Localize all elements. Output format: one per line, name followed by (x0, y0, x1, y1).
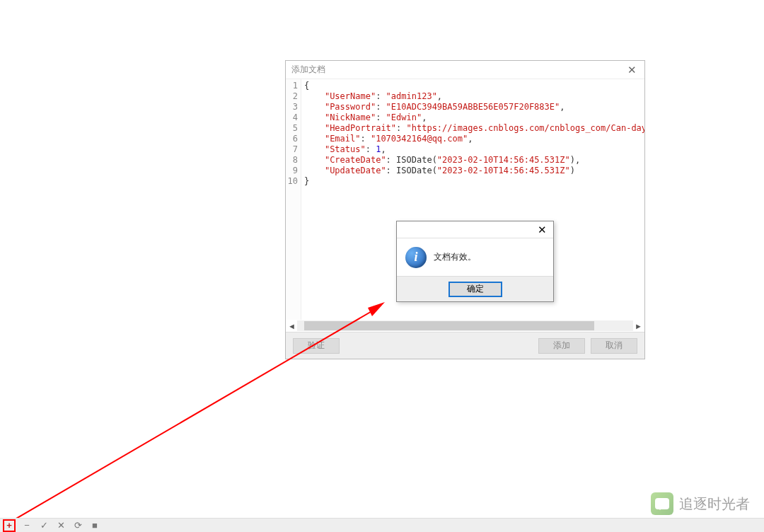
toolbar-add-button[interactable]: + (3, 519, 16, 532)
watermark: 追逐时光者 (651, 492, 750, 515)
toolbar-stop-button[interactable]: ■ (89, 520, 100, 531)
toolbar-reload-button[interactable]: ⟳ (72, 520, 83, 531)
bottom-toolbar: + − ✓ ✕ ⟳ ■ (0, 518, 764, 532)
horizontal-scrollbar[interactable]: ◄ ► (286, 320, 644, 332)
add-button[interactable]: 添加 (538, 338, 585, 354)
scroll-right-icon[interactable]: ► (633, 320, 644, 331)
dialog-close-icon[interactable]: ✕ (625, 64, 639, 76)
dialog-titlebar: 添加文档 ✕ (286, 61, 644, 79)
msgbox-close-icon[interactable]: ✕ (535, 224, 549, 236)
validate-button[interactable]: 验证 (293, 338, 340, 354)
dialog-footer: 验证 添加 取消 (286, 332, 644, 359)
scroll-thumb[interactable] (304, 321, 594, 330)
msgbox-titlebar: ✕ (397, 221, 553, 238)
info-icon: i (405, 247, 427, 268)
toolbar-remove-button[interactable]: − (21, 520, 33, 531)
toolbar-cross-button[interactable]: ✕ (55, 520, 66, 531)
scroll-track[interactable] (297, 320, 633, 331)
cancel-button[interactable]: 取消 (591, 338, 637, 354)
line-number-gutter: 12345678910 (286, 79, 301, 320)
ok-button[interactable]: 确定 (448, 282, 502, 297)
add-document-dialog: 添加文档 ✕ 12345678910 { "UserName": "admin1… (285, 60, 645, 359)
scroll-left-icon[interactable]: ◄ (286, 320, 297, 331)
dialog-title: 添加文档 (291, 64, 325, 76)
msgbox-body: i 文档有效。 (397, 238, 553, 276)
wechat-icon (651, 492, 673, 515)
message-box: ✕ i 文档有效。 确定 (396, 221, 554, 302)
msgbox-footer: 确定 (397, 276, 553, 301)
toolbar-check-button[interactable]: ✓ (38, 520, 50, 531)
msgbox-text: 文档有效。 (434, 251, 476, 263)
watermark-text: 追逐时光者 (679, 495, 750, 514)
